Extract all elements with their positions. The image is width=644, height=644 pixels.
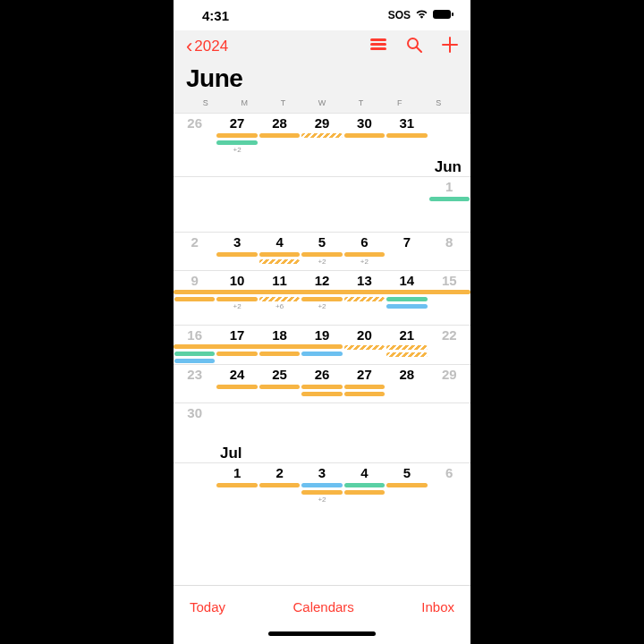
event-bar bbox=[386, 133, 427, 138]
dow-m: M bbox=[225, 98, 263, 107]
day-cell[interactable]: 3 bbox=[216, 233, 258, 270]
day-cell[interactable]: 10+2 bbox=[216, 271, 258, 325]
day-cell[interactable]: 4 bbox=[343, 463, 386, 504]
day-cell[interactable]: 28 bbox=[258, 114, 301, 155]
day-cell[interactable]: 31 bbox=[386, 114, 428, 155]
day-cell[interactable]: 28 bbox=[386, 365, 428, 402]
home-indicator[interactable] bbox=[174, 628, 470, 644]
day-cell[interactable]: 9 bbox=[174, 271, 216, 325]
day-cell[interactable]: 27 bbox=[343, 365, 386, 402]
list-icon[interactable] bbox=[370, 37, 386, 57]
day-cell[interactable]: 6+2 bbox=[343, 233, 386, 270]
day-cell[interactable] bbox=[216, 403, 258, 441]
day-cell[interactable]: 5+2 bbox=[301, 233, 343, 270]
day-cell[interactable]: 8 bbox=[428, 233, 470, 270]
day-cell[interactable] bbox=[258, 403, 301, 441]
day-cell[interactable]: 27+2 bbox=[216, 114, 258, 155]
day-cell[interactable]: 2 bbox=[258, 463, 301, 504]
day-cell[interactable]: 23 bbox=[174, 365, 216, 402]
dow-w: W bbox=[302, 98, 341, 107]
day-cell[interactable] bbox=[386, 403, 428, 441]
day-cell[interactable]: 30 bbox=[174, 403, 216, 441]
day-cell[interactable]: 21 bbox=[386, 326, 428, 364]
add-icon[interactable] bbox=[442, 37, 458, 57]
day-cell[interactable]: 24 bbox=[216, 365, 258, 402]
day-cell[interactable]: 25 bbox=[258, 365, 301, 402]
nav-icons bbox=[370, 37, 458, 57]
day-cell[interactable] bbox=[174, 463, 216, 504]
day-cell[interactable] bbox=[301, 177, 343, 232]
calendar-grid[interactable]: 26 27+2 28 29 30 31 Jun 1 2 3 4 5+2 6+2 … bbox=[174, 113, 470, 585]
event-bar bbox=[386, 352, 427, 357]
event-bar bbox=[259, 352, 300, 356]
today-button[interactable]: Today bbox=[190, 599, 225, 614]
dow-s2: S bbox=[419, 98, 458, 107]
event-bar bbox=[344, 297, 385, 301]
day-cell[interactable]: 22 bbox=[428, 326, 470, 364]
event-bar bbox=[174, 297, 215, 301]
day-cell[interactable]: 2 bbox=[174, 233, 216, 270]
day-cell[interactable]: 7 bbox=[386, 233, 428, 270]
event-bar bbox=[344, 483, 385, 487]
day-cell[interactable] bbox=[343, 177, 386, 232]
event-bar bbox=[429, 197, 470, 201]
day-cell[interactable]: 12+2 bbox=[301, 271, 343, 325]
day-cell[interactable]: 19 bbox=[301, 326, 343, 364]
more-indicator: +2 bbox=[216, 146, 257, 154]
day-cell[interactable] bbox=[428, 114, 470, 155]
event-bar bbox=[259, 252, 300, 257]
day-cell[interactable]: 26 bbox=[301, 365, 343, 402]
day-cell[interactable]: 15 bbox=[428, 271, 470, 325]
day-cell[interactable]: 29 bbox=[301, 114, 343, 155]
day-cell[interactable]: 5 bbox=[386, 463, 428, 504]
day-cell[interactable]: 16 bbox=[174, 326, 216, 364]
event-bar bbox=[174, 352, 215, 356]
week-row: 1 2 3+2 4 5 6 bbox=[174, 462, 470, 504]
day-cell[interactable] bbox=[258, 177, 301, 232]
day-cell[interactable]: 30 bbox=[343, 114, 386, 155]
week-row: 2 3 4 5+2 6+2 7 8 bbox=[174, 232, 470, 270]
calendars-button[interactable]: Calendars bbox=[292, 599, 353, 614]
month-title: June bbox=[186, 64, 458, 93]
search-icon[interactable] bbox=[406, 37, 422, 57]
event-bar bbox=[344, 385, 385, 389]
day-cell[interactable]: 13 bbox=[343, 271, 386, 325]
dow-s: S bbox=[186, 98, 225, 107]
event-bar bbox=[301, 392, 342, 396]
inbox-button[interactable]: Inbox bbox=[421, 599, 454, 614]
event-bar bbox=[216, 133, 257, 138]
bottom-toolbar: Today Calendars Inbox bbox=[174, 585, 470, 628]
day-cell[interactable] bbox=[216, 177, 258, 232]
day-cell[interactable] bbox=[428, 403, 470, 441]
dow-t: T bbox=[264, 98, 302, 107]
svg-rect-1 bbox=[452, 13, 453, 16]
day-cell[interactable]: 4 bbox=[258, 233, 301, 270]
day-cell[interactable] bbox=[343, 403, 386, 441]
day-cell[interactable]: 11+6 bbox=[258, 271, 301, 325]
event-bar bbox=[216, 252, 257, 257]
day-cell[interactable]: 6 bbox=[428, 463, 470, 504]
day-cell[interactable] bbox=[301, 403, 343, 441]
event-bar bbox=[259, 133, 300, 138]
more-indicator: +2 bbox=[301, 496, 342, 504]
day-cell[interactable]: 20 bbox=[343, 326, 386, 364]
day-cell[interactable]: 3+2 bbox=[301, 463, 343, 504]
day-cell[interactable]: 29 bbox=[428, 365, 470, 402]
day-cell[interactable]: 1 bbox=[216, 463, 258, 504]
more-indicator: +2 bbox=[216, 302, 257, 310]
back-button[interactable]: ‹ 2024 bbox=[186, 37, 228, 56]
status-sos: SOS bbox=[388, 9, 411, 21]
day-cell[interactable]: 1 bbox=[428, 177, 470, 232]
month-label-jun: Jun bbox=[174, 155, 470, 176]
battery-icon bbox=[433, 9, 454, 22]
day-cell[interactable]: 17 bbox=[216, 326, 258, 364]
status-right: SOS bbox=[388, 9, 454, 22]
day-cell[interactable]: 14 bbox=[386, 271, 428, 325]
more-indicator: +2 bbox=[301, 258, 342, 266]
day-cell[interactable]: 26 bbox=[174, 114, 216, 155]
day-cell[interactable] bbox=[174, 177, 216, 232]
event-bar bbox=[301, 385, 342, 389]
day-cell[interactable] bbox=[386, 177, 428, 232]
event-bar bbox=[259, 259, 300, 264]
day-cell[interactable]: 18 bbox=[258, 326, 301, 364]
